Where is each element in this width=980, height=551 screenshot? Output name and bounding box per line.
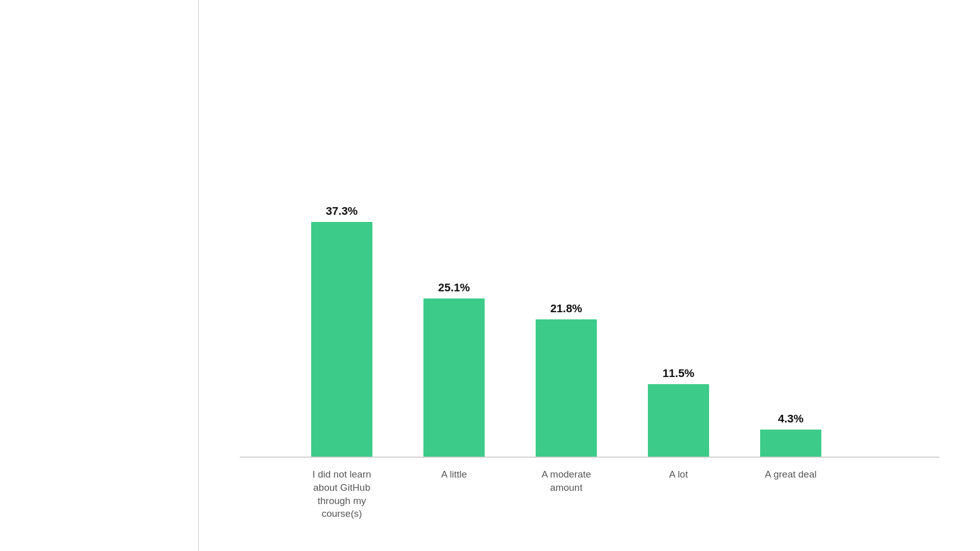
x-label-great-deal: A great deal [750, 468, 832, 520]
x-label-moderate: A moderate amount [525, 468, 607, 520]
bar-rect-a-lot [648, 384, 709, 457]
bar-rect-no-learn [311, 222, 372, 457]
bar-group-a-little: 25.1% [413, 281, 495, 457]
bar-group-a-lot: 11.5% [638, 367, 719, 457]
main-content: 37.3%25.1%21.8%11.5%4.3% I did not learn… [199, 0, 980, 551]
x-label-a-lot: A lot [638, 468, 719, 520]
x-labels: I did not learn about GitHub through my … [240, 468, 939, 520]
bar-group-moderate: 21.8% [525, 302, 607, 457]
bar-group-no-learn: 37.3% [301, 205, 383, 457]
bar-rect-moderate [536, 319, 597, 457]
bar-value-moderate: 21.8% [550, 302, 582, 315]
bar-rect-great-deal [760, 430, 821, 457]
bar-rect-a-little [423, 298, 485, 457]
bar-value-a-little: 25.1% [438, 281, 470, 294]
bar-value-no-learn: 37.3% [326, 205, 358, 218]
bar-value-a-lot: 11.5% [663, 367, 694, 380]
sidebar [0, 0, 199, 551]
bar-group-great-deal: 4.3% [750, 412, 832, 457]
bar-value-great-deal: 4.3% [778, 412, 803, 425]
chart-area: 37.3%25.1%21.8%11.5%4.3% I did not learn… [240, 61, 939, 520]
x-label-no-learn: I did not learn about GitHub through my … [301, 468, 383, 520]
bars-container: 37.3%25.1%21.8%11.5%4.3% [240, 192, 939, 458]
x-label-a-little: A little [413, 468, 495, 520]
